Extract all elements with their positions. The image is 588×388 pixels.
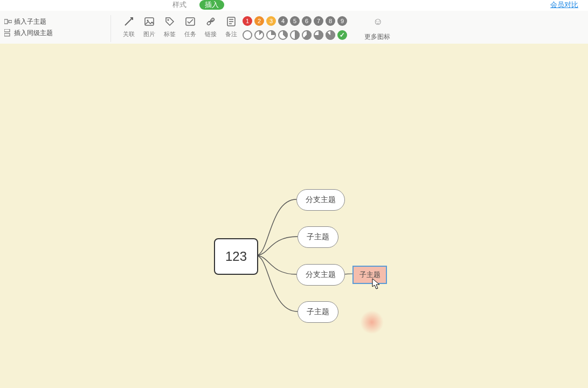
tools-row: 关联 图片 标签 任务 链接 备注 — [119, 15, 241, 38]
svg-rect-2 — [4, 29, 10, 32]
priority-badge-1[interactable]: 1 — [243, 16, 252, 26]
progress-62-icon[interactable] — [302, 30, 312, 40]
progress-icons-row: ✓ — [243, 30, 347, 40]
progress-37-icon[interactable] — [278, 30, 288, 40]
tool-tag-label: 标签 — [160, 30, 180, 38]
svg-rect-6 — [145, 18, 154, 25]
progress-75-icon[interactable] — [314, 30, 323, 40]
priority-badge-3[interactable]: 3 — [266, 16, 276, 26]
relation-icon — [119, 15, 139, 28]
priority-badge-8[interactable]: 8 — [326, 16, 335, 26]
more-icons-button[interactable]: 更多图标 — [364, 32, 390, 41]
svg-rect-10 — [206, 21, 211, 25]
insert-sibling-icon — [4, 29, 12, 37]
insert-child-label: 插入子主题 — [14, 16, 46, 27]
progress-0-icon[interactable] — [243, 30, 252, 40]
priority-badge-9[interactable]: 9 — [337, 16, 347, 26]
emoji-icon[interactable]: ☺ — [373, 16, 383, 27]
svg-rect-3 — [4, 33, 10, 36]
tag-icon — [160, 15, 180, 28]
tool-relation-label: 关联 — [119, 30, 139, 38]
click-highlight — [360, 310, 384, 334]
tool-link[interactable]: 链接 — [200, 15, 221, 38]
selected-sub-node[interactable]: 子主题 — [352, 266, 387, 284]
insert-child-button[interactable]: 插入子主题 — [4, 16, 46, 27]
child-node-2[interactable]: 子主题 — [298, 301, 338, 323]
note-icon — [221, 15, 241, 28]
tool-task[interactable]: 任务 — [180, 15, 200, 38]
priority-badge-4[interactable]: 4 — [278, 16, 288, 26]
svg-rect-0 — [4, 19, 8, 24]
number-badges-row: 1 2 3 4 5 6 7 8 9 — [243, 16, 347, 26]
tool-note[interactable]: 备注 — [221, 15, 241, 38]
svg-rect-1 — [9, 20, 12, 23]
task-icon — [180, 15, 200, 28]
toolbar: 插入子主题 插入同级主题 插入父主题 关联 图片 — [0, 11, 588, 44]
tab-style[interactable]: 样式 — [172, 0, 186, 10]
child-node-1[interactable]: 子主题 — [298, 226, 338, 248]
tool-task-label: 任务 — [180, 30, 200, 38]
tool-relation[interactable]: 关联 — [119, 15, 139, 38]
svg-point-8 — [168, 19, 169, 21]
tool-link-label: 链接 — [200, 30, 221, 38]
branch-node-1[interactable]: 分支主题 — [296, 189, 345, 211]
top-tabs: 样式 插入 — [0, 0, 588, 11]
connectors — [0, 44, 588, 388]
tool-image-label: 图片 — [139, 30, 160, 38]
tool-note-label: 备注 — [221, 30, 241, 38]
tab-insert[interactable]: 插入 — [199, 0, 224, 10]
progress-87-icon[interactable] — [326, 30, 335, 40]
progress-12-icon[interactable] — [254, 30, 264, 40]
image-icon — [139, 15, 160, 28]
priority-badge-7[interactable]: 7 — [314, 16, 323, 26]
mindmap-canvas[interactable]: 123 分支主题 子主题 分支主题 子主题 子主题 — [0, 44, 588, 388]
tool-image[interactable]: 图片 — [139, 15, 160, 38]
root-node[interactable]: 123 — [214, 238, 258, 275]
link-icon — [200, 15, 221, 28]
tool-tag[interactable]: 标签 — [160, 15, 180, 38]
priority-badge-2[interactable]: 2 — [254, 16, 264, 26]
insert-sibling-button[interactable]: 插入同级主题 — [4, 27, 53, 38]
progress-done-icon[interactable]: ✓ — [337, 30, 347, 40]
branch-node-2[interactable]: 分支主题 — [296, 264, 345, 286]
priority-badge-6[interactable]: 6 — [302, 16, 312, 26]
member-compare-link[interactable]: 会员对比 — [550, 0, 578, 10]
insert-sibling-label: 插入同级主题 — [14, 27, 53, 38]
progress-25-icon[interactable] — [266, 30, 276, 40]
priority-badge-5[interactable]: 5 — [290, 16, 300, 26]
progress-50-icon[interactable] — [290, 30, 300, 40]
insert-child-icon — [4, 18, 12, 25]
toolbar-divider — [110, 15, 111, 42]
